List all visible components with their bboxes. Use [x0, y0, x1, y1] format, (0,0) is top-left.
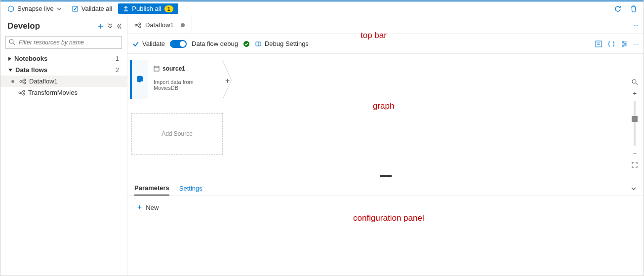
svg-point-26 — [623, 41, 624, 42]
workspace-dropdown[interactable]: Synapse live — [3, 3, 66, 14]
validate-all-button[interactable]: Validate all — [68, 3, 117, 14]
validate-all-label: Validate all — [81, 5, 113, 12]
dataflow-item-label: Dataflow1 — [29, 78, 58, 85]
search-icon — [8, 39, 15, 45]
check-icon — [132, 40, 139, 47]
filter-input[interactable] — [5, 36, 122, 49]
panel-resize-handle[interactable] — [380, 175, 392, 177]
fit-icon — [631, 161, 638, 168]
tab-parameters[interactable]: Parameters — [134, 181, 169, 196]
plus-icon: + — [137, 203, 142, 212]
publish-all-button[interactable]: Publish all 1 — [118, 3, 178, 14]
svg-line-8 — [22, 81, 24, 83]
add-source-button[interactable]: Add Source — [131, 113, 223, 155]
refresh-icon — [614, 5, 622, 13]
source-node-band — [132, 60, 148, 99]
script-view-button[interactable] — [595, 40, 603, 48]
svg-rect-22 — [596, 41, 602, 47]
svg-point-5 — [24, 79, 26, 81]
svg-point-14 — [135, 24, 137, 26]
trash-icon — [630, 5, 637, 13]
toggle-knob — [180, 41, 186, 47]
collapse-sidebar-button[interactable] — [116, 23, 122, 30]
more-actions-button[interactable]: ··· — [633, 40, 639, 48]
svg-point-6 — [24, 82, 26, 84]
publish-badge: 1 — [164, 5, 173, 12]
chevron-down-icon — [8, 69, 12, 72]
refresh-button[interactable] — [611, 2, 625, 16]
chevron-down-icon — [631, 186, 637, 192]
double-chevron-left-icon — [116, 23, 122, 30]
collapse-panel-button[interactable] — [631, 186, 637, 192]
source-node-description: Import data from MoviesDB — [154, 79, 218, 91]
script-icon — [595, 40, 603, 48]
main: Dataflow1 ··· Validate Data flow debug D… — [127, 16, 644, 276]
add-transformation-button[interactable]: + — [225, 77, 230, 85]
dataflow-item-dataflow1[interactable]: Dataflow1 — [0, 76, 127, 87]
code-view-button[interactable] — [607, 40, 615, 48]
database-icon — [135, 75, 145, 84]
source-node-title: source1 — [162, 65, 185, 72]
validate-button[interactable]: Validate — [132, 40, 165, 47]
plus-icon — [97, 23, 104, 30]
zoom-search-button[interactable] — [631, 79, 638, 85]
new-parameter-button[interactable]: + New — [137, 203, 634, 212]
svg-point-11 — [23, 93, 25, 95]
debug-toggle[interactable] — [170, 40, 187, 48]
tab-bar: Dataflow1 ··· — [127, 16, 644, 34]
tab-more-button[interactable]: ··· — [628, 21, 644, 29]
config-tabs: Parameters Settings — [127, 177, 644, 196]
svg-line-35 — [636, 83, 638, 85]
svg-point-15 — [139, 23, 141, 25]
expand-all-button[interactable] — [107, 23, 113, 30]
validate-label: Validate — [142, 40, 165, 47]
chevron-right-icon — [8, 57, 11, 61]
publish-all-label: Publish all — [132, 5, 161, 12]
svg-rect-32 — [154, 66, 159, 71]
tab-dirty-indicator-icon — [181, 23, 185, 27]
svg-point-30 — [622, 45, 624, 46]
tab-dataflow1[interactable]: Dataflow1 — [127, 16, 192, 34]
sliders-icon — [620, 40, 628, 48]
zoom-fit-button[interactable] — [631, 161, 638, 168]
resource-tree: Notebooks 1 Data flows 2 Dataflow1 — [0, 53, 127, 276]
group-label: Data flows — [15, 66, 47, 74]
add-source-label: Add Source — [161, 130, 193, 137]
debug-settings-icon — [255, 40, 262, 47]
delete-button[interactable] — [627, 2, 641, 16]
svg-line-13 — [21, 93, 23, 94]
svg-line-7 — [22, 80, 24, 81]
zoom-in-button[interactable]: + — [633, 89, 637, 97]
graph-canvas[interactable]: source1 Import data from MoviesDB + Add … — [127, 54, 644, 177]
debug-settings-label: Debug Settings — [265, 40, 309, 47]
dataflow-icon — [19, 78, 26, 85]
sidebar: Develop Notebooks 1 Data flows 2 — [0, 16, 127, 276]
source-node[interactable]: source1 Import data from MoviesDB — [131, 60, 223, 99]
sidebar-search — [5, 36, 122, 49]
tab-settings[interactable]: Settings — [179, 182, 202, 195]
source-node-content: source1 Import data from MoviesDB — [150, 60, 222, 96]
new-label: New — [146, 204, 159, 211]
config-panel: Parameters Settings + New — [127, 177, 644, 276]
svg-point-2 — [9, 39, 13, 43]
dataflow-item-label: TransformMovies — [28, 89, 78, 96]
sidebar-header: Develop — [0, 16, 127, 34]
dataset-icon — [154, 66, 160, 72]
svg-line-18 — [137, 25, 139, 27]
validate-all-icon — [72, 5, 79, 12]
action-bar-right: ··· — [595, 40, 639, 48]
dataflow-icon — [134, 22, 141, 29]
zoom-out-button[interactable]: − — [633, 150, 637, 158]
svg-point-10 — [23, 90, 25, 92]
add-resource-button[interactable] — [97, 23, 104, 30]
group-notebooks[interactable]: Notebooks 1 — [0, 53, 127, 64]
dataflow-icon — [18, 89, 25, 96]
zoom-slider[interactable] — [634, 101, 636, 146]
zoom-thumb[interactable] — [632, 116, 638, 122]
group-dataflows[interactable]: Data flows 2 — [0, 64, 127, 76]
braces-icon — [607, 40, 615, 48]
dataflow-item-transformmovies[interactable]: TransformMovies — [0, 87, 127, 98]
app-root: Synapse live Validate all Publish all 1 … — [0, 0, 644, 276]
settings-sliders-button[interactable] — [620, 40, 628, 48]
debug-settings-button[interactable]: Debug Settings — [255, 40, 309, 47]
